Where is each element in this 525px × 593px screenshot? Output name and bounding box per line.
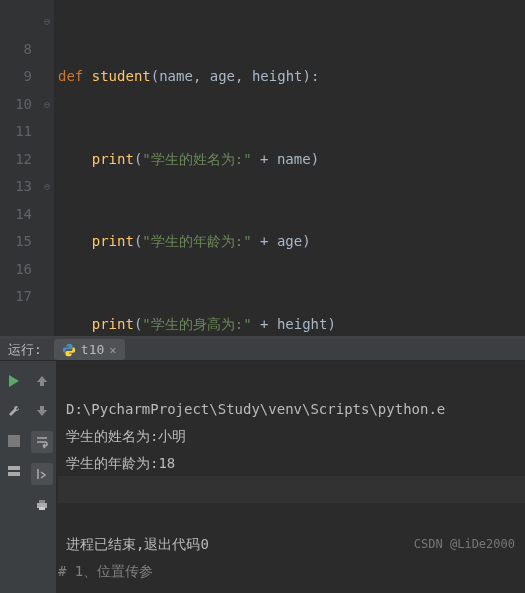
code-editor[interactable]: 8 9 10 11 12 13 14 15 16 17 ⊖ ⊖ ⊖ def st… [0, 0, 525, 336]
down-arrow-icon[interactable] [32, 401, 52, 421]
scroll-to-end-icon[interactable] [31, 463, 53, 485]
fold-marker-icon: ⊖ [40, 8, 54, 36]
fold-column: ⊖ ⊖ ⊖ [40, 0, 54, 336]
svg-rect-0 [8, 435, 20, 447]
layout-icon[interactable] [4, 461, 24, 481]
run-title: 运行: [8, 341, 42, 359]
svg-rect-1 [8, 466, 20, 470]
up-arrow-icon[interactable] [32, 371, 52, 391]
svg-rect-5 [39, 507, 45, 510]
run-toolbar-left [0, 361, 28, 593]
caret-line [58, 476, 525, 504]
wrench-icon[interactable] [4, 401, 24, 421]
stop-button[interactable] [4, 431, 24, 451]
line-number-gutter: 8 9 10 11 12 13 14 15 16 17 [0, 0, 40, 336]
print-icon[interactable] [32, 495, 52, 515]
svg-rect-4 [39, 500, 45, 503]
soft-wrap-icon[interactable] [31, 431, 53, 453]
run-button[interactable] [4, 371, 24, 391]
run-toolbar-2 [28, 361, 56, 593]
svg-rect-2 [8, 472, 20, 476]
code-area[interactable]: def student(name, age, height): print("学… [54, 0, 525, 336]
